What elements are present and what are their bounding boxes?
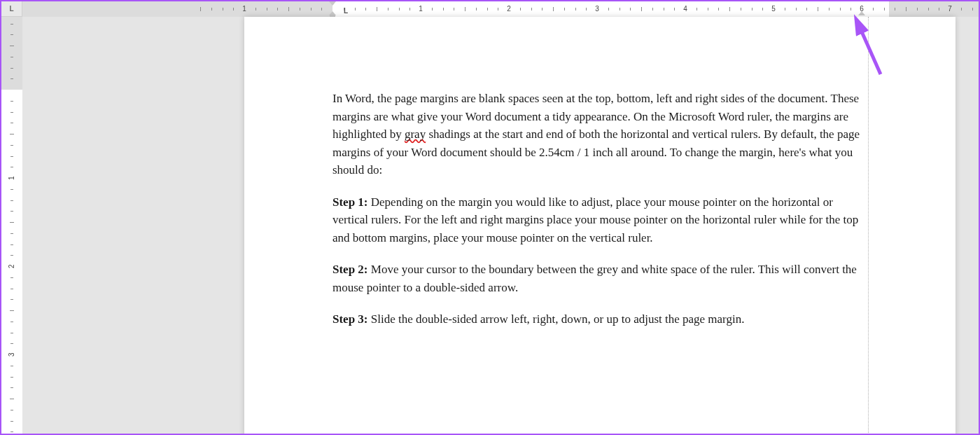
h-ruler-number: 6 xyxy=(855,5,869,13)
h-ruler-right-margin xyxy=(889,1,979,17)
h-ruler-number: 7 xyxy=(943,5,957,13)
document-workspace: In Word, the page margins are blank spac… xyxy=(22,17,979,434)
h-ruler-number: 3 xyxy=(590,5,604,13)
document-page[interactable]: In Word, the page margins are blank spac… xyxy=(244,17,955,435)
v-ruler-number: 3 xyxy=(8,350,16,359)
v-ruler-number: 1 xyxy=(8,173,16,183)
hanging-indent-marker[interactable] xyxy=(329,11,336,15)
h-ruler-body xyxy=(332,1,979,17)
document-paragraph[interactable]: Step 1: Depending on the margin you woul… xyxy=(332,193,867,247)
h-ruler-number: 2 xyxy=(502,5,516,13)
right-margin-guide xyxy=(868,17,869,435)
tab-stop-marker[interactable]: L xyxy=(344,7,348,15)
tab-selector[interactable]: L xyxy=(1,1,22,17)
document-paragraph[interactable]: In Word, the page margins are blank spac… xyxy=(332,90,867,179)
h-ruler-number: 4 xyxy=(678,5,692,13)
h-ruler-left-margin xyxy=(22,1,332,17)
horizontal-ruler[interactable]: L 11234567 xyxy=(22,1,979,17)
document-body-text[interactable]: In Word, the page margins are blank spac… xyxy=(332,90,867,343)
h-ruler-number: 1 xyxy=(237,5,251,13)
v-ruler-number: 2 xyxy=(8,261,16,271)
h-ruler-number: 5 xyxy=(766,5,780,13)
tab-selector-glyph: L xyxy=(9,5,13,13)
vertical-ruler[interactable]: 123 xyxy=(1,17,22,434)
first-line-indent-marker[interactable] xyxy=(329,1,336,6)
document-paragraph[interactable]: Step 3: Slide the double-sided arrow lef… xyxy=(332,310,867,329)
h-ruler-number: 1 xyxy=(414,5,428,13)
document-paragraph[interactable]: Step 2: Move your cursor to the boundary… xyxy=(332,261,867,296)
